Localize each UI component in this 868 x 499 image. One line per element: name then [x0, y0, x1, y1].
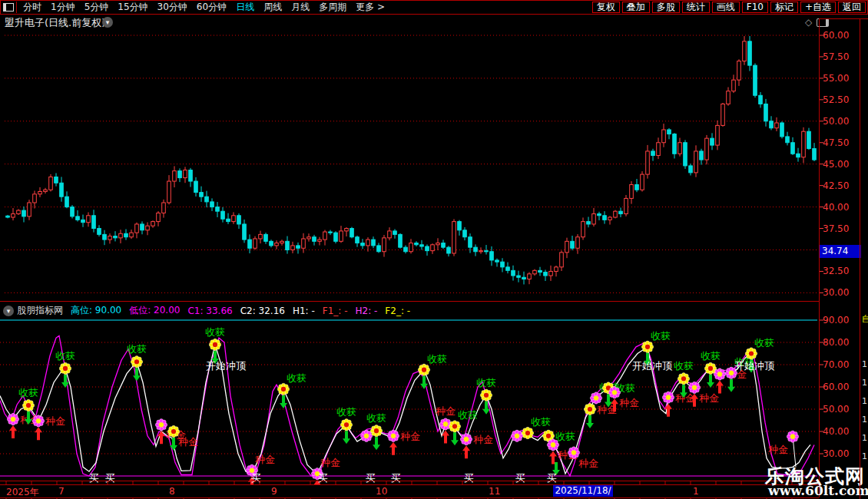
signal-label: 收获 — [674, 360, 694, 372]
price-axis-label: 57.50 — [823, 51, 860, 62]
signal-label: 收获 — [287, 372, 306, 384]
year-label: 2025年 — [6, 486, 39, 499]
date-row-bottom-border — [0, 497, 819, 498]
toolbar-button-画线[interactable]: 画线 — [712, 2, 740, 13]
signal-label: 收获 — [701, 350, 721, 362]
signal-label: 种金 — [619, 397, 639, 408]
month-label-1: 1 — [693, 486, 699, 497]
title-bar: 盟升电子(日线.前复权) ▾ — [0, 15, 868, 30]
toolbar-button-F10[interactable]: F10 — [742, 2, 768, 13]
price-axis-label: 37.50 — [823, 223, 860, 234]
buy-signal-label: 买 — [105, 472, 115, 484]
month-label-7: 7 — [58, 486, 65, 497]
signal-label: 收获 — [55, 350, 75, 362]
indicator-param-7: H2: - — [356, 306, 378, 316]
indicator-axis-label: 90.00 — [823, 315, 860, 326]
strip-digit: 1 — [862, 378, 867, 388]
toolbar-item-15分钟[interactable]: 15分钟 — [118, 2, 147, 13]
panel-layout-icon — [3, 3, 14, 12]
window-menu-icon[interactable] — [1, 2, 17, 13]
strip-digit: 1 — [862, 451, 867, 461]
signal-label: 种金 — [255, 454, 275, 465]
axis-divider — [819, 18, 820, 497]
magenta-line — [0, 335, 814, 476]
signal-label: 收获 — [18, 387, 38, 398]
chart-canvas: 种金收获种金收获收获种金种金收获种金收获种金收获收获种金收获种金收获种金收获收获… — [0, 0, 868, 499]
indicator-axis-label: 80.00 — [823, 337, 860, 348]
diamond-icon[interactable]: ◇ — [805, 17, 812, 28]
strip-digit: 1 — [862, 359, 867, 369]
month-label-10: 10 — [376, 486, 387, 497]
strip-digit: 1 — [862, 433, 867, 443]
period-menu: 分时1分钟5分钟15分钟30分钟60分钟日线周线月线多周期更多 > — [17, 2, 592, 13]
indicator-param-1: 高位: 90.00 — [71, 304, 121, 317]
toolbar-item-日线[interactable]: 日线 — [236, 2, 254, 13]
right-sidebar-strip: 自111111 — [860, 18, 868, 499]
signal-label: 种金 — [578, 458, 598, 469]
toolbar-button-叠加[interactable]: 叠加 — [622, 2, 650, 13]
instrument-title: 盟升电子(日线.前复权) — [5, 16, 105, 30]
price-axis-label: 40.00 — [823, 202, 860, 213]
buy-signal-label: 买 — [391, 472, 401, 484]
signal-label: 收获 — [205, 326, 225, 338]
price-axis-label: 42.50 — [823, 180, 860, 191]
toolbar-button-返回[interactable]: 返回 — [838, 2, 866, 13]
price-axis-label: 47.50 — [823, 137, 860, 148]
trading-app-window: 种金收获种金收获收获种金种金收获种金收获种金收获收获种金收获种金收获种金收获收获… — [0, 0, 868, 499]
price-axis-label: 60.00 — [823, 30, 860, 41]
strip-char: 自 — [862, 313, 868, 325]
toolbar-button-复权[interactable]: 复权 — [592, 2, 620, 13]
indicator-axis-label: 60.00 — [823, 382, 860, 392]
toolbar-item-多周期[interactable]: 多周期 — [319, 2, 346, 13]
strip-digit: 1 — [862, 396, 867, 406]
signal-label: 收获 — [651, 330, 671, 342]
month-label-8: 8 — [169, 486, 175, 497]
toolbar-item-60分钟[interactable]: 60分钟 — [197, 2, 227, 13]
collapse-chevron-icon[interactable]: ▾ — [3, 306, 14, 316]
buy-signal-label: 买 — [547, 472, 557, 484]
signal-label: 收获 — [427, 353, 447, 365]
signal-label: 收获 — [336, 406, 356, 418]
signal-label: 收获 — [476, 377, 496, 388]
date-axis[interactable]: 2025年 2025/11/18/二 78910111 — [0, 485, 819, 497]
toolbar-button-统计[interactable]: 统计 — [682, 2, 710, 13]
price-axis-label: 32.50 — [823, 266, 860, 276]
toolbar-button-+自选[interactable]: +自选 — [800, 2, 836, 13]
peak-alert-text: 开始冲顶 — [632, 360, 673, 372]
indicator-axis-label: 70.00 — [823, 359, 860, 370]
price-axis-label: 52.50 — [823, 94, 860, 105]
indicator-param-5: H1: - — [293, 306, 315, 316]
toolbar-button-多股[interactable]: 多股 — [652, 2, 680, 13]
candlestick-series — [6, 36, 817, 285]
indicator-param-4: C2: 32.16 — [240, 306, 285, 316]
signal-label: 收获 — [754, 337, 774, 349]
toolbar-button-标记[interactable]: 标记 — [770, 2, 798, 13]
buy-signal-label: 买 — [366, 472, 376, 484]
price-axis-label: 50.00 — [823, 116, 860, 127]
toolbar-item-5分钟[interactable]: 5分钟 — [84, 2, 109, 13]
buy-signal-label: 买 — [318, 472, 328, 484]
toolbar-actions: 复权叠加多股统计画线F10标记+自选返回 — [592, 2, 867, 13]
signal-label: 种金 — [473, 434, 493, 445]
toolbar-item-更多 >[interactable]: 更多 > — [356, 2, 385, 13]
toolbar-item-30分钟[interactable]: 30分钟 — [157, 2, 187, 13]
month-label-9: 9 — [271, 486, 277, 497]
price-axis-label: 30.00 — [823, 287, 860, 298]
signal-label: 种金 — [320, 457, 340, 468]
buy-signal-label: 买 — [464, 472, 474, 484]
toolbar-item-月线[interactable]: 月线 — [291, 2, 310, 13]
current-price-badge: 34.74 — [820, 245, 861, 258]
peak-alert-text: 开始冲顶 — [206, 360, 247, 372]
toolbar-item-1分钟[interactable]: 1分钟 — [51, 2, 75, 13]
indicator-axis-label: 30.00 — [823, 448, 860, 459]
chevron-down-icon[interactable]: ▾ — [102, 17, 113, 28]
indicator-bottom-border — [0, 481, 819, 481]
strip-digit: 1 — [862, 415, 867, 425]
buy-signal-label: 买 — [89, 472, 99, 484]
price-axis-label: 45.00 — [823, 159, 860, 170]
toolbar-item-周线[interactable]: 周线 — [263, 2, 282, 13]
indicator-axis-label: 50.00 — [823, 404, 860, 415]
indicator-header: ▾ 股朋指标网高位: 90.00低位: 20.00C1: 33.66C2: 32… — [0, 303, 831, 318]
toolbar-item-分时[interactable]: 分时 — [23, 2, 41, 13]
peak-alert-text: 开始冲顶 — [734, 360, 775, 372]
